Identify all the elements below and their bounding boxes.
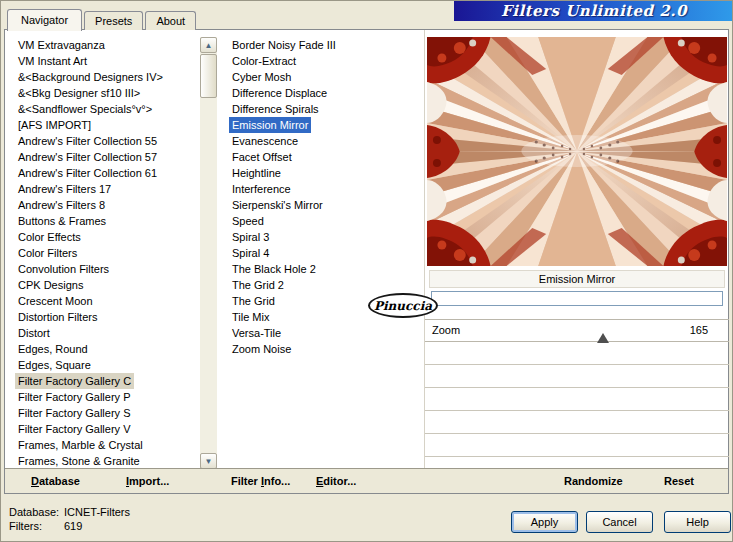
- list-item[interactable]: Convolution Filters: [9, 261, 199, 277]
- zoom-value: 165: [690, 321, 708, 339]
- main-panel: VM ExtravaganzaVM Instant Art&<Backgroun…: [4, 29, 729, 494]
- import-button[interactable]: Import...: [126, 469, 169, 493]
- help-button[interactable]: Help: [664, 511, 731, 533]
- list-item[interactable]: Color Filters: [9, 245, 199, 261]
- filter-info-button[interactable]: Filter Info...: [231, 469, 290, 493]
- list-item[interactable]: Andrew's Filter Collection 55: [9, 133, 199, 149]
- editor-button[interactable]: Editor...: [316, 469, 356, 493]
- list-item[interactable]: &<Sandflower Specials°v°>: [9, 101, 199, 117]
- list-item[interactable]: &<Bkg Designer sf10 III>: [9, 85, 199, 101]
- tab-navigator[interactable]: Navigator: [7, 9, 82, 31]
- filter-parameter-input[interactable]: [431, 291, 723, 306]
- selected-filter-name: Emission Mirror: [429, 270, 725, 288]
- list-item[interactable]: Frames, Stone & Granite: [9, 453, 199, 469]
- list-item[interactable]: Filter Factory Gallery C: [9, 373, 199, 389]
- list-item[interactable]: Distortion Filters: [9, 309, 199, 325]
- list-item[interactable]: Andrew's Filter Collection 57: [9, 149, 199, 165]
- scroll-up-icon[interactable]: ▲: [200, 37, 217, 53]
- list-item[interactable]: Emission Mirror: [223, 117, 421, 133]
- tab-presets[interactable]: Presets: [84, 11, 143, 30]
- list-item[interactable]: Spiral 4: [223, 245, 421, 261]
- list-item[interactable]: Edges, Round: [9, 341, 199, 357]
- list-item[interactable]: Color Effects: [9, 229, 199, 245]
- parameter-row: [425, 388, 729, 411]
- parameter-row: [425, 342, 729, 365]
- list-item[interactable]: Filter Factory Gallery P: [9, 389, 199, 405]
- filters-unlimited-window: Filters Unlimited 2.0 Navigator Presets …: [0, 0, 733, 542]
- list-item[interactable]: Filter Factory Gallery S: [9, 405, 199, 421]
- zoom-control-row: Zoom 165: [425, 321, 729, 339]
- list-item[interactable]: The Black Hole 2: [223, 261, 421, 277]
- list-item[interactable]: Interference: [223, 181, 421, 197]
- list-item[interactable]: Versa-Tile: [223, 325, 421, 341]
- filter-list[interactable]: Border Noisy Fade IIIColor-ExtractCyber …: [223, 37, 421, 469]
- list-item[interactable]: Zoom Noise: [223, 341, 421, 357]
- filters-status-label: Filters:: [9, 519, 64, 533]
- title-banner: Filters Unlimited 2.0: [454, 1, 733, 21]
- list-item[interactable]: Difference Displace: [223, 85, 421, 101]
- list-item[interactable]: CPK Designs: [9, 277, 199, 293]
- preview-kaleidoscope-svg: [427, 37, 727, 266]
- list-item[interactable]: VM Extravaganza: [9, 37, 199, 53]
- list-item[interactable]: Speed: [223, 213, 421, 229]
- list-item[interactable]: VM Instant Art: [9, 53, 199, 69]
- cancel-button[interactable]: Cancel: [586, 511, 653, 533]
- randomize-button[interactable]: Randomize: [564, 469, 623, 493]
- apply-button[interactable]: Apply: [511, 511, 578, 533]
- list-item[interactable]: Filter Factory Gallery V: [9, 421, 199, 437]
- list-item[interactable]: Facet Offset: [223, 149, 421, 165]
- pinuccia-watermark: Pinuccia: [368, 293, 438, 318]
- list-item[interactable]: &<Background Designers IV>: [9, 69, 199, 85]
- zoom-label: Zoom: [432, 324, 460, 336]
- status-bar: Database:ICNET-Filters Filters:619: [9, 505, 130, 533]
- scrollbar-thumb[interactable]: [200, 54, 217, 98]
- list-item[interactable]: [AFS IMPORT]: [9, 117, 199, 133]
- list-item[interactable]: Evanescence: [223, 133, 421, 149]
- category-list[interactable]: VM ExtravaganzaVM Instant Art&<Backgroun…: [9, 37, 199, 469]
- reset-button[interactable]: Reset: [664, 469, 694, 493]
- list-item[interactable]: Andrew's Filters 17: [9, 181, 199, 197]
- list-item[interactable]: Andrew's Filter Collection 61: [9, 165, 199, 181]
- list-item[interactable]: Crescent Moon: [9, 293, 199, 309]
- list-item[interactable]: Distort: [9, 325, 199, 341]
- tab-bar: Navigator Presets About: [7, 8, 198, 30]
- list-item[interactable]: Sierpenski's Mirror: [223, 197, 421, 213]
- list-item[interactable]: Buttons & Frames: [9, 213, 199, 229]
- parameter-row: [425, 365, 729, 388]
- list-item[interactable]: Edges, Square: [9, 357, 199, 373]
- parameter-rows: [425, 342, 729, 457]
- scroll-down-icon[interactable]: ▼: [200, 453, 217, 469]
- database-status-value: ICNET-Filters: [64, 506, 130, 518]
- filter-preview-image: [427, 37, 727, 266]
- filters-status-value: 619: [64, 520, 82, 532]
- list-item[interactable]: Border Noisy Fade III: [223, 37, 421, 53]
- database-button[interactable]: Database: [31, 469, 80, 493]
- parameter-row: [425, 411, 729, 434]
- category-scrollbar[interactable]: ▲ ▼: [200, 37, 217, 469]
- list-item[interactable]: Spiral 3: [223, 229, 421, 245]
- status-filters-row: Filters:619: [9, 519, 130, 533]
- list-item[interactable]: Color-Extract: [223, 53, 421, 69]
- parameter-row: [425, 434, 729, 457]
- list-item[interactable]: Heightline: [223, 165, 421, 181]
- database-status-label: Database:: [9, 505, 64, 519]
- separator-line: [425, 319, 729, 320]
- watermark-text: Pinuccia: [374, 299, 432, 313]
- list-item[interactable]: Cyber Mosh: [223, 69, 421, 85]
- tab-about[interactable]: About: [145, 11, 196, 30]
- list-item[interactable]: The Grid 2: [223, 277, 421, 293]
- status-database-row: Database:ICNET-Filters: [9, 505, 130, 519]
- toolbar: Database Import... Filter Info... Editor…: [5, 468, 728, 493]
- list-item[interactable]: Difference Spirals: [223, 101, 421, 117]
- list-item[interactable]: Frames, Marble & Crystal: [9, 437, 199, 453]
- preview-panel: Emission Mirror Zoom 165: [424, 30, 728, 468]
- list-item[interactable]: Andrew's Filters 8: [9, 197, 199, 213]
- app-title: Filters Unlimited 2.0: [501, 2, 687, 20]
